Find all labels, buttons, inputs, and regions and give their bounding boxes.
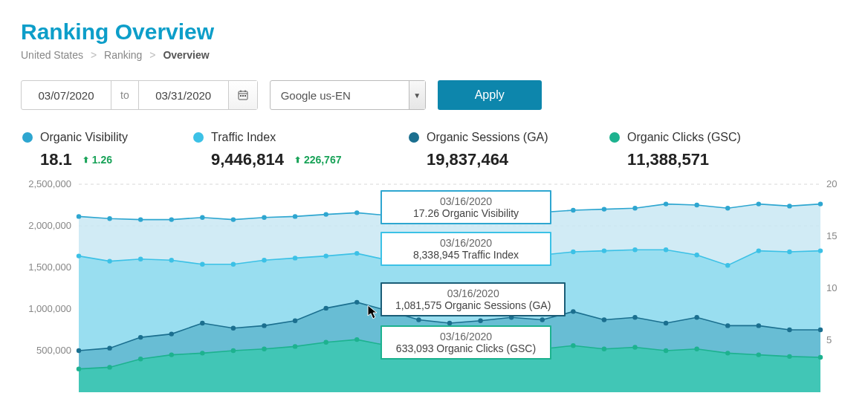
svg-text:500,000: 500,000 — [36, 345, 71, 356]
svg-point-62 — [571, 250, 575, 254]
svg-point-101 — [231, 348, 236, 353]
svg-point-114 — [632, 345, 637, 349]
summary-metrics: Organic Visibility 18.1 ⬆ 1.26 Traffic I… — [21, 131, 847, 169]
apply-button[interactable]: Apply — [438, 80, 542, 110]
svg-text:10: 10 — [826, 282, 837, 293]
svg-point-21 — [77, 214, 81, 218]
breadcrumb: United States > Ranking > Overview — [21, 49, 847, 61]
date-to-label: to — [111, 81, 139, 109]
svg-point-54 — [323, 253, 328, 258]
svg-point-43 — [757, 201, 761, 206]
svg-point-67 — [725, 263, 730, 267]
svg-point-96 — [77, 366, 81, 371]
metric-organic-clicks: Organic Clicks (GSC) 11,388,571 — [609, 131, 741, 169]
svg-point-116 — [694, 347, 699, 351]
svg-point-95 — [818, 328, 823, 332]
svg-point-89 — [632, 315, 637, 319]
chart-tooltip-traffic-index: 03/16/2020 8,338,945 Traffic Index — [380, 232, 551, 266]
svg-text:2,500,000: 2,500,000 — [28, 178, 71, 189]
svg-point-42 — [725, 206, 730, 210]
svg-point-112 — [571, 343, 575, 348]
svg-point-27 — [262, 215, 266, 220]
svg-point-80 — [354, 300, 359, 305]
svg-point-48 — [138, 257, 143, 261]
svg-point-92 — [725, 323, 730, 328]
svg-text:15: 15 — [826, 230, 837, 241]
svg-point-120 — [818, 355, 823, 360]
date-from-input[interactable] — [22, 89, 111, 102]
svg-text:2,000,000: 2,000,000 — [28, 220, 71, 231]
search-engine-select[interactable]: Google us-EN ▼ — [270, 80, 426, 110]
svg-point-79 — [323, 306, 328, 311]
svg-point-64 — [632, 247, 637, 252]
svg-point-49 — [169, 258, 174, 262]
svg-point-117 — [725, 351, 730, 355]
metric-delta: ⬆ 226,767 — [294, 154, 342, 166]
svg-point-113 — [602, 347, 606, 351]
breadcrumb-sep: > — [145, 49, 160, 61]
metric-value: 18.1 — [40, 150, 72, 169]
chart-tooltip-organic-sessions: 03/16/2020 1,081,575 Organic Sessions (G… — [380, 282, 566, 316]
ranking-chart[interactable]: 500,0001,000,0001,500,0002,000,0002,500,… — [21, 177, 847, 392]
svg-point-68 — [757, 248, 761, 253]
svg-point-69 — [787, 250, 791, 254]
svg-point-39 — [632, 206, 637, 210]
svg-point-87 — [571, 309, 575, 313]
svg-point-119 — [787, 354, 791, 359]
breadcrumb-sep: > — [86, 49, 101, 61]
svg-point-74 — [169, 331, 174, 336]
svg-text:1,000,000: 1,000,000 — [28, 303, 71, 314]
svg-point-51 — [231, 262, 236, 267]
svg-point-105 — [354, 337, 359, 342]
svg-point-98 — [138, 357, 143, 361]
metric-label: Organic Clicks (GSC) — [627, 131, 741, 144]
legend-dot-icon — [193, 132, 204, 143]
metric-traffic-index: Traffic Index 9,446,814 ⬆ 226,767 — [193, 131, 379, 169]
date-range-picker[interactable]: to — [21, 80, 258, 110]
up-arrow-icon: ⬆ — [294, 155, 301, 165]
svg-point-115 — [664, 348, 668, 353]
svg-point-70 — [818, 248, 823, 253]
svg-point-102 — [262, 347, 266, 351]
controls-row: to Google us-EN ▼ Apply — [21, 80, 847, 110]
svg-point-23 — [138, 217, 143, 221]
svg-point-45 — [818, 201, 823, 206]
svg-point-73 — [138, 335, 143, 339]
svg-text:5: 5 — [826, 334, 832, 345]
svg-point-47 — [107, 259, 111, 263]
svg-text:1,500,000: 1,500,000 — [28, 261, 71, 273]
page-title: Ranking Overview — [21, 19, 847, 45]
chart-tooltip-organic-clicks: 03/16/2020 633,093 Organic Clicks (GSC) — [380, 325, 551, 360]
svg-point-25 — [200, 215, 204, 220]
svg-point-50 — [200, 262, 204, 267]
breadcrumb-l1[interactable]: United States — [21, 49, 83, 61]
svg-point-41 — [694, 203, 699, 207]
svg-point-44 — [787, 204, 791, 208]
metric-organic-visibility: Organic Visibility 18.1 ⬆ 1.26 — [22, 131, 163, 169]
breadcrumb-l3: Overview — [163, 49, 209, 61]
svg-point-63 — [602, 248, 606, 253]
svg-point-37 — [571, 208, 575, 212]
svg-point-53 — [293, 256, 297, 260]
legend-dot-icon — [22, 132, 33, 143]
breadcrumb-l2[interactable]: Ranking — [104, 49, 142, 61]
svg-point-30 — [354, 210, 359, 215]
svg-point-26 — [231, 217, 236, 221]
svg-point-77 — [262, 323, 266, 328]
svg-point-104 — [323, 340, 328, 345]
cursor-pointer-icon — [367, 305, 379, 319]
legend-dot-icon — [609, 132, 620, 143]
svg-point-99 — [169, 352, 174, 357]
svg-point-78 — [293, 318, 297, 322]
svg-point-28 — [293, 214, 297, 218]
metric-value: 11,388,571 — [627, 150, 709, 169]
chevron-down-icon: ▼ — [409, 81, 425, 109]
metric-label: Organic Visibility — [40, 131, 128, 144]
svg-rect-6 — [244, 95, 246, 97]
date-to-input[interactable] — [139, 89, 228, 102]
svg-point-91 — [694, 315, 699, 319]
calendar-icon[interactable] — [228, 81, 257, 109]
svg-point-55 — [354, 251, 359, 256]
svg-point-71 — [77, 348, 81, 353]
svg-point-94 — [787, 328, 791, 332]
